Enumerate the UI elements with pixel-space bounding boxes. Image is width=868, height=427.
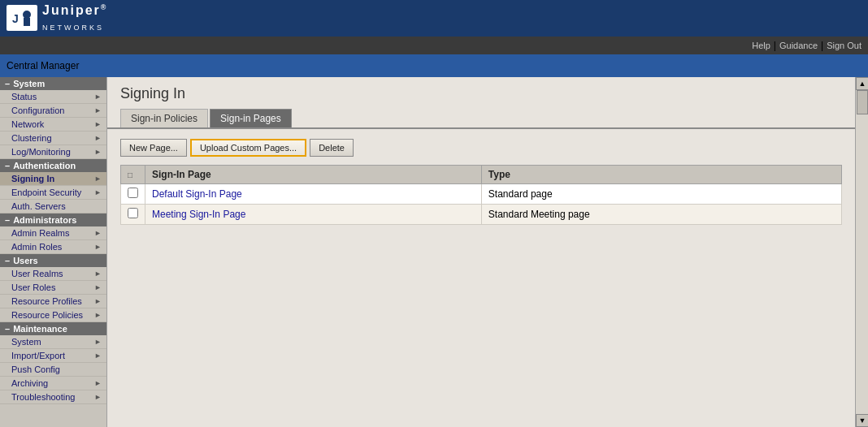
sidebar-item-log-monitoring[interactable]: Log/Monitoring►	[0, 145, 106, 159]
scroll-up-button[interactable]: ▲	[856, 77, 868, 90]
sidebar-item-resource-profiles[interactable]: Resource Profiles►	[0, 295, 106, 308]
sidebar-item-user-roles[interactable]: User Roles►	[0, 281, 106, 295]
sidebar-section-system[interactable]: – System	[0, 77, 106, 90]
row-name: Default Sign-In Page	[145, 184, 482, 205]
sidebar-section-maintenance[interactable]: – Maintenance	[0, 322, 106, 335]
sidebar-item-configuration[interactable]: Configuration►	[0, 104, 106, 118]
scroll-down-button[interactable]: ▼	[856, 414, 868, 427]
tab-sign-in-policies[interactable]: Sign-in Policies	[120, 109, 208, 127]
brand-text: Juniper® NETWORKS	[42, 3, 107, 32]
sidebar-item-resource-policies[interactable]: Resource Policies►	[0, 308, 106, 322]
arrow-icon: ►	[94, 188, 102, 196]
svg-point-2	[23, 11, 31, 19]
signout-link[interactable]: Sign Out	[827, 41, 861, 50]
sidebar-item-import-export[interactable]: Import/Export►	[0, 349, 106, 363]
row-checkbox[interactable]	[128, 208, 138, 218]
sign-in-table: □ Sign-In Page Type Default Sign-In Page…	[120, 165, 842, 225]
section-dash: –	[5, 161, 10, 170]
arrow-icon: ►	[94, 93, 102, 101]
sidebar-item-system-maint[interactable]: System►	[0, 335, 106, 349]
upload-custom-pages-button[interactable]: Upload Custom Pages...	[190, 139, 306, 157]
svg-text:J: J	[12, 12, 19, 25]
sidebar-item-status[interactable]: Status►	[0, 90, 106, 104]
row-type: Standard page	[481, 184, 841, 205]
sidebar-item-clustering[interactable]: Clustering►	[0, 132, 106, 145]
sidebar-item-archiving[interactable]: Archiving►	[0, 377, 106, 390]
col-header-type: Type	[481, 166, 841, 184]
layout: – System Status► Configuration► Network►…	[0, 77, 868, 427]
scroll-track	[856, 90, 868, 414]
table-row: Meeting Sign-In Page Standard Meeting pa…	[121, 205, 842, 225]
arrow-icon: ►	[94, 120, 102, 128]
help-link[interactable]: Help	[752, 41, 770, 50]
section-label: Users	[13, 256, 38, 265]
arrow-icon: ►	[94, 229, 102, 237]
sidebar-item-endpoint-security[interactable]: Endpoint Security►	[0, 186, 106, 200]
tabs-bar: Sign-in Policies Sign-in Pages	[107, 109, 855, 129]
sep2: |	[821, 40, 823, 51]
arrow-icon: ►	[94, 283, 102, 291]
topnav: Help | Guidance | Sign Out	[0, 37, 868, 54]
scroll-thumb[interactable]	[857, 90, 868, 114]
table-row: Default Sign-In Page Standard page	[121, 184, 842, 205]
default-signin-link[interactable]: Default Sign-In Page	[152, 188, 242, 200]
content-area: New Page... Upload Custom Pages... Delet…	[107, 129, 855, 235]
logo-box: J	[7, 5, 37, 31]
sidebar-item-network[interactable]: Network►	[0, 118, 106, 132]
table-icon: □	[128, 170, 132, 179]
main-content: Signing In Sign-in Policies Sign-in Page…	[107, 77, 855, 427]
meeting-signin-link[interactable]: Meeting Sign-In Page	[152, 209, 245, 220]
sidebar-section-authentication[interactable]: – Authentication	[0, 159, 106, 172]
sep1: |	[774, 40, 776, 51]
arrow-icon: ►	[94, 134, 102, 142]
sidebar-item-signing-in[interactable]: Signing In►	[0, 172, 106, 186]
arrow-icon: ►	[94, 243, 102, 251]
col-header-name: Sign-In Page	[145, 166, 482, 184]
row-check[interactable]	[121, 205, 145, 225]
row-check[interactable]	[121, 184, 145, 205]
section-dash: –	[5, 324, 10, 334]
header: J Juniper® NETWORKS	[0, 0, 868, 37]
tab-sign-in-pages[interactable]: Sign-in Pages	[210, 109, 292, 127]
arrow-icon: ►	[94, 175, 102, 183]
arrow-icon: ►	[94, 311, 102, 319]
section-label: Administrators	[13, 215, 76, 225]
section-dash: –	[5, 79, 10, 88]
sidebar-section-administrators[interactable]: – Administrators	[0, 214, 106, 226]
sidebar-section-users[interactable]: – Users	[0, 254, 106, 267]
section-label: Maintenance	[13, 324, 67, 334]
logo-area: J Juniper® NETWORKS	[7, 3, 107, 32]
sidebar-item-admin-realms[interactable]: Admin Realms►	[0, 226, 106, 240]
arrow-icon: ►	[94, 393, 102, 401]
row-type: Standard Meeting page	[481, 205, 841, 225]
arrow-icon: ►	[94, 379, 102, 387]
col-header-check: □	[121, 166, 145, 184]
row-name: Meeting Sign-In Page	[145, 205, 482, 225]
arrow-icon: ►	[94, 106, 102, 114]
new-page-button[interactable]: New Page...	[120, 139, 187, 157]
toolbar: New Page... Upload Custom Pages... Delet…	[120, 139, 842, 157]
sidebar-item-admin-roles[interactable]: Admin Roles►	[0, 240, 106, 254]
arrow-icon: ►	[94, 148, 102, 156]
sidebar: – System Status► Configuration► Network►…	[0, 77, 107, 427]
section-dash: –	[5, 215, 10, 225]
section-dash: –	[5, 256, 10, 265]
sidebar-item-auth-servers[interactable]: Auth. Servers	[0, 200, 106, 214]
sidebar-item-push-config[interactable]: Push Config	[0, 363, 106, 377]
section-label: Authentication	[13, 161, 76, 170]
row-checkbox[interactable]	[128, 188, 138, 198]
svg-rect-3	[24, 18, 30, 26]
page-title: Signing In	[120, 85, 842, 102]
arrow-icon: ►	[94, 297, 102, 305]
page-title-bar: Signing In	[107, 77, 855, 109]
sidebar-item-troubleshooting[interactable]: Troubleshooting►	[0, 390, 106, 404]
arrow-icon: ►	[94, 270, 102, 278]
sidebar-item-user-realms[interactable]: User Realms►	[0, 267, 106, 281]
scrollbar: ▲ ▼	[855, 77, 868, 427]
guidance-link[interactable]: Guidance	[779, 41, 818, 50]
arrow-icon: ►	[94, 352, 102, 360]
delete-button[interactable]: Delete	[310, 139, 354, 157]
section-label: System	[13, 79, 45, 88]
arrow-icon: ►	[94, 338, 102, 346]
subheader: Central Manager	[0, 54, 868, 77]
